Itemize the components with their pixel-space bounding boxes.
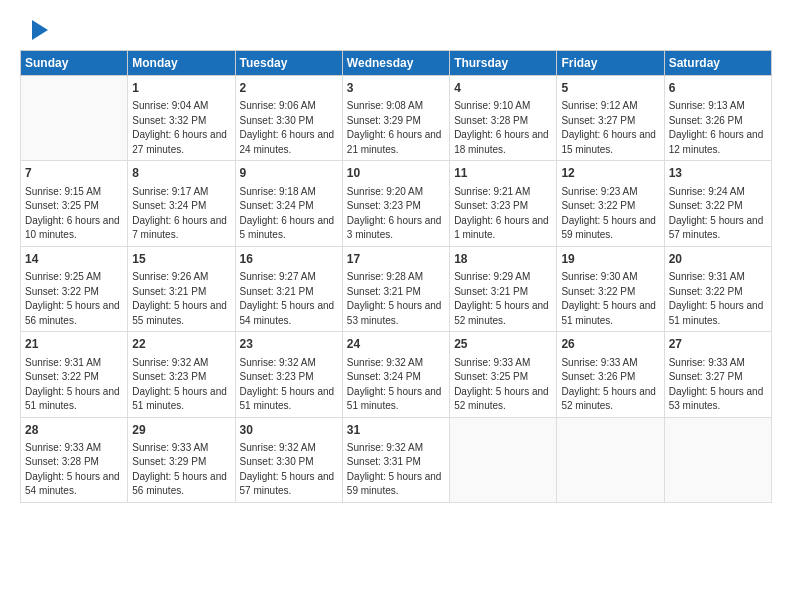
calendar-cell: 31Sunrise: 9:32 AMSunset: 3:31 PMDayligh…: [342, 417, 449, 502]
day-number: 8: [132, 165, 230, 182]
calendar-cell: 22Sunrise: 9:32 AMSunset: 3:23 PMDayligh…: [128, 332, 235, 417]
daylight: Daylight: 5 hours and 51 minutes.: [561, 300, 656, 326]
calendar-cell: 30Sunrise: 9:32 AMSunset: 3:30 PMDayligh…: [235, 417, 342, 502]
sunrise: Sunrise: 9:27 AM: [240, 271, 316, 282]
header-cell-sunday: Sunday: [21, 51, 128, 76]
calendar-cell: 7Sunrise: 9:15 AMSunset: 3:25 PMDaylight…: [21, 161, 128, 246]
header-cell-monday: Monday: [128, 51, 235, 76]
day-number: 15: [132, 251, 230, 268]
sunset: Sunset: 3:24 PM: [347, 371, 421, 382]
daylight: Daylight: 5 hours and 51 minutes.: [132, 386, 227, 412]
calendar-cell: 18Sunrise: 9:29 AMSunset: 3:21 PMDayligh…: [450, 246, 557, 331]
daylight: Daylight: 5 hours and 59 minutes.: [561, 215, 656, 241]
day-number: 18: [454, 251, 552, 268]
sunset: Sunset: 3:22 PM: [25, 286, 99, 297]
sunrise: Sunrise: 9:31 AM: [25, 357, 101, 368]
day-number: 12: [561, 165, 659, 182]
sunrise: Sunrise: 9:10 AM: [454, 100, 530, 111]
calendar-cell: [557, 417, 664, 502]
day-number: 24: [347, 336, 445, 353]
daylight: Daylight: 6 hours and 21 minutes.: [347, 129, 442, 155]
calendar-cell: [21, 76, 128, 161]
daylight: Daylight: 5 hours and 56 minutes.: [25, 300, 120, 326]
logo-image: [20, 16, 50, 44]
header-cell-thursday: Thursday: [450, 51, 557, 76]
sunset: Sunset: 3:22 PM: [561, 286, 635, 297]
daylight: Daylight: 5 hours and 55 minutes.: [132, 300, 227, 326]
daylight: Daylight: 6 hours and 15 minutes.: [561, 129, 656, 155]
calendar-cell: 1Sunrise: 9:04 AMSunset: 3:32 PMDaylight…: [128, 76, 235, 161]
header-cell-tuesday: Tuesday: [235, 51, 342, 76]
sunset: Sunset: 3:22 PM: [25, 371, 99, 382]
daylight: Daylight: 6 hours and 1 minute.: [454, 215, 549, 241]
sunrise: Sunrise: 9:32 AM: [132, 357, 208, 368]
sunrise: Sunrise: 9:25 AM: [25, 271, 101, 282]
sunset: Sunset: 3:27 PM: [561, 115, 635, 126]
daylight: Daylight: 5 hours and 53 minutes.: [347, 300, 442, 326]
sunset: Sunset: 3:22 PM: [561, 200, 635, 211]
sunset: Sunset: 3:30 PM: [240, 456, 314, 467]
sunrise: Sunrise: 9:28 AM: [347, 271, 423, 282]
calendar-cell: 23Sunrise: 9:32 AMSunset: 3:23 PMDayligh…: [235, 332, 342, 417]
calendar-cell: [664, 417, 771, 502]
sunrise: Sunrise: 9:12 AM: [561, 100, 637, 111]
day-number: 20: [669, 251, 767, 268]
daylight: Daylight: 6 hours and 27 minutes.: [132, 129, 227, 155]
day-number: 10: [347, 165, 445, 182]
sunrise: Sunrise: 9:23 AM: [561, 186, 637, 197]
sunset: Sunset: 3:25 PM: [25, 200, 99, 211]
calendar-cell: 4Sunrise: 9:10 AMSunset: 3:28 PMDaylight…: [450, 76, 557, 161]
day-number: 7: [25, 165, 123, 182]
sunset: Sunset: 3:24 PM: [132, 200, 206, 211]
svg-marker-0: [32, 20, 48, 40]
daylight: Daylight: 5 hours and 53 minutes.: [669, 386, 764, 412]
day-number: 3: [347, 80, 445, 97]
daylight: Daylight: 6 hours and 5 minutes.: [240, 215, 335, 241]
calendar-cell: 3Sunrise: 9:08 AMSunset: 3:29 PMDaylight…: [342, 76, 449, 161]
day-number: 23: [240, 336, 338, 353]
day-number: 29: [132, 422, 230, 439]
calendar-table: SundayMondayTuesdayWednesdayThursdayFrid…: [20, 50, 772, 503]
sunrise: Sunrise: 9:33 AM: [454, 357, 530, 368]
sunrise: Sunrise: 9:24 AM: [669, 186, 745, 197]
daylight: Daylight: 6 hours and 12 minutes.: [669, 129, 764, 155]
sunrise: Sunrise: 9:33 AM: [669, 357, 745, 368]
header-cell-friday: Friday: [557, 51, 664, 76]
header-cell-wednesday: Wednesday: [342, 51, 449, 76]
sunrise: Sunrise: 9:13 AM: [669, 100, 745, 111]
week-row-2: 7Sunrise: 9:15 AMSunset: 3:25 PMDaylight…: [21, 161, 772, 246]
header-row: SundayMondayTuesdayWednesdayThursdayFrid…: [21, 51, 772, 76]
day-number: 26: [561, 336, 659, 353]
calendar-cell: 11Sunrise: 9:21 AMSunset: 3:23 PMDayligh…: [450, 161, 557, 246]
day-number: 31: [347, 422, 445, 439]
sunrise: Sunrise: 9:33 AM: [132, 442, 208, 453]
day-number: 17: [347, 251, 445, 268]
calendar-cell: 17Sunrise: 9:28 AMSunset: 3:21 PMDayligh…: [342, 246, 449, 331]
calendar-cell: 19Sunrise: 9:30 AMSunset: 3:22 PMDayligh…: [557, 246, 664, 331]
daylight: Daylight: 5 hours and 51 minutes.: [240, 386, 335, 412]
sunset: Sunset: 3:22 PM: [669, 200, 743, 211]
calendar-cell: 2Sunrise: 9:06 AMSunset: 3:30 PMDaylight…: [235, 76, 342, 161]
daylight: Daylight: 5 hours and 51 minutes.: [25, 386, 120, 412]
daylight: Daylight: 6 hours and 24 minutes.: [240, 129, 335, 155]
sunrise: Sunrise: 9:15 AM: [25, 186, 101, 197]
calendar-cell: 9Sunrise: 9:18 AMSunset: 3:24 PMDaylight…: [235, 161, 342, 246]
sunset: Sunset: 3:23 PM: [240, 371, 314, 382]
daylight: Daylight: 5 hours and 57 minutes.: [669, 215, 764, 241]
sunset: Sunset: 3:21 PM: [454, 286, 528, 297]
calendar-cell: 13Sunrise: 9:24 AMSunset: 3:22 PMDayligh…: [664, 161, 771, 246]
sunrise: Sunrise: 9:17 AM: [132, 186, 208, 197]
sunrise: Sunrise: 9:21 AM: [454, 186, 530, 197]
day-number: 27: [669, 336, 767, 353]
calendar-cell: 15Sunrise: 9:26 AMSunset: 3:21 PMDayligh…: [128, 246, 235, 331]
calendar-cell: [450, 417, 557, 502]
sunrise: Sunrise: 9:33 AM: [561, 357, 637, 368]
page: SundayMondayTuesdayWednesdayThursdayFrid…: [0, 0, 792, 612]
sunrise: Sunrise: 9:20 AM: [347, 186, 423, 197]
calendar-cell: 27Sunrise: 9:33 AMSunset: 3:27 PMDayligh…: [664, 332, 771, 417]
daylight: Daylight: 5 hours and 52 minutes.: [454, 300, 549, 326]
sunrise: Sunrise: 9:33 AM: [25, 442, 101, 453]
day-number: 25: [454, 336, 552, 353]
sunrise: Sunrise: 9:32 AM: [347, 357, 423, 368]
sunset: Sunset: 3:27 PM: [669, 371, 743, 382]
